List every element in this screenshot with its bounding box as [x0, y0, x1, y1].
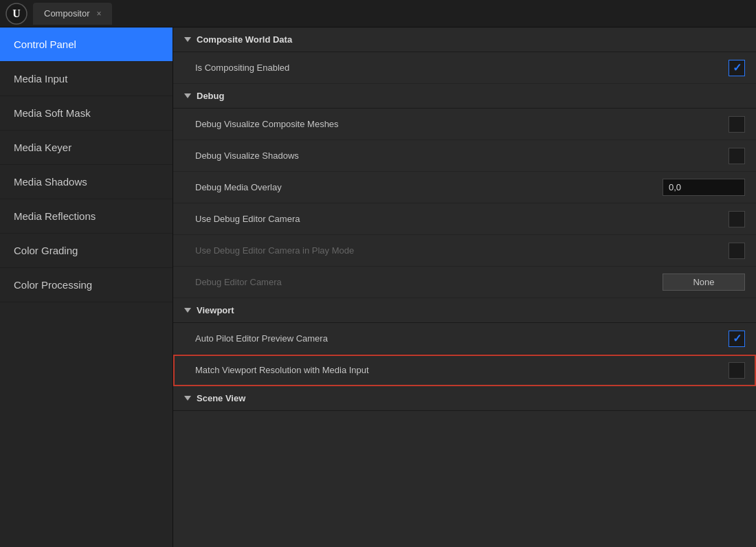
property-label-debug-visualize-composite-meshes: Debug Visualize Composite Meshes: [195, 119, 339, 129]
collapse-arrow-composite-world-data: [184, 37, 191, 42]
properties-panel: Composite World Data Is Compositing Enab…: [173, 27, 756, 547]
property-label-debug-editor-camera: Debug Editor Camera: [195, 277, 282, 287]
title-bar: U Compositor ×: [0, 0, 756, 27]
property-value-is-compositing-enabled: ✓: [729, 60, 745, 76]
section-header-composite-world-data[interactable]: Composite World Data: [173, 27, 756, 52]
checkbox-is-compositing-enabled[interactable]: ✓: [729, 60, 745, 76]
section-title-scene-view: Scene View: [197, 393, 245, 403]
close-tab-button[interactable]: ×: [96, 9, 101, 19]
property-label-use-debug-editor-camera: Use Debug Editor Camera: [195, 214, 300, 224]
property-row-debug-visualize-composite-meshes: Debug Visualize Composite Meshes: [173, 109, 756, 140]
sidebar-item-control-panel[interactable]: Control Panel: [0, 27, 173, 62]
tab-label: Compositor: [44, 8, 89, 19]
collapse-arrow-scene-view: [184, 396, 191, 401]
svg-text:U: U: [12, 8, 21, 19]
property-value-debug-media-overlay: 0,0: [663, 179, 745, 196]
text-input-debug-media-overlay[interactable]: 0,0: [663, 179, 745, 196]
app-logo: U: [5, 3, 27, 25]
property-label-debug-media-overlay: Debug Media Overlay: [195, 182, 282, 192]
property-value-debug-visualize-composite-meshes: [729, 116, 745, 133]
sidebar-item-media-soft-mask[interactable]: Media Soft Mask: [0, 96, 173, 131]
property-value-use-debug-editor-camera-play-mode: [729, 243, 745, 259]
property-label-use-debug-editor-camera-play-mode: Use Debug Editor Camera in Play Mode: [195, 245, 354, 256]
sidebar-item-media-keyer[interactable]: Media Keyer: [0, 131, 173, 165]
sidebar-item-media-reflections[interactable]: Media Reflections: [0, 199, 173, 234]
property-value-debug-editor-camera: None: [663, 274, 745, 291]
property-row-auto-pilot-editor-preview-camera: Auto Pilot Editor Preview Camera✓: [173, 323, 756, 355]
sidebar-item-color-processing[interactable]: Color Processing: [0, 268, 173, 302]
checkbox-auto-pilot-editor-preview-camera[interactable]: ✓: [729, 331, 745, 347]
section-header-scene-view[interactable]: Scene View: [173, 386, 756, 411]
property-label-auto-pilot-editor-preview-camera: Auto Pilot Editor Preview Camera: [195, 333, 328, 344]
property-value-debug-visualize-shadows: [729, 148, 745, 164]
checkbox-use-debug-editor-camera-play-mode[interactable]: [729, 243, 745, 259]
compositor-tab[interactable]: Compositor ×: [33, 3, 112, 25]
property-row-use-debug-editor-camera-play-mode: Use Debug Editor Camera in Play Mode: [173, 235, 756, 267]
collapse-arrow-viewport: [184, 308, 191, 313]
section-title-debug: Debug: [197, 91, 224, 101]
property-row-match-viewport-resolution: Match Viewport Resolution with Media Inp…: [173, 355, 756, 386]
property-row-debug-visualize-shadows: Debug Visualize Shadows: [173, 140, 756, 172]
sidebar-item-color-grading[interactable]: Color Grading: [0, 234, 173, 268]
sidebar-item-media-shadows[interactable]: Media Shadows: [0, 165, 173, 199]
sidebar-item-media-input[interactable]: Media Input: [0, 62, 173, 96]
collapse-arrow-debug: [184, 93, 191, 98]
section-title-viewport: Viewport: [197, 305, 234, 315]
property-label-match-viewport-resolution: Match Viewport Resolution with Media Inp…: [195, 365, 369, 375]
property-value-match-viewport-resolution: [729, 362, 745, 379]
property-label-is-compositing-enabled: Is Compositing Enabled: [195, 63, 289, 73]
checkbox-debug-visualize-composite-meshes[interactable]: [729, 116, 745, 133]
sidebar: Control PanelMedia InputMedia Soft MaskM…: [0, 27, 173, 547]
property-label-debug-visualize-shadows: Debug Visualize Shadows: [195, 150, 299, 161]
check-icon: ✓: [733, 61, 742, 74]
section-header-debug[interactable]: Debug: [173, 84, 756, 109]
checkbox-match-viewport-resolution[interactable]: [729, 362, 745, 379]
property-value-use-debug-editor-camera: [729, 211, 745, 227]
checkbox-use-debug-editor-camera[interactable]: [729, 211, 745, 227]
property-value-auto-pilot-editor-preview-camera: ✓: [729, 331, 745, 347]
section-header-viewport[interactable]: Viewport: [173, 298, 756, 323]
check-icon: ✓: [733, 332, 742, 345]
property-row-use-debug-editor-camera: Use Debug Editor Camera: [173, 203, 756, 235]
section-title-composite-world-data: Composite World Data: [197, 34, 292, 45]
main-content: Control PanelMedia InputMedia Soft MaskM…: [0, 27, 756, 547]
property-row-is-compositing-enabled: Is Compositing Enabled✓: [173, 52, 756, 84]
property-row-debug-media-overlay: Debug Media Overlay0,0: [173, 172, 756, 203]
checkbox-debug-visualize-shadows[interactable]: [729, 148, 745, 164]
property-row-debug-editor-camera: Debug Editor CameraNone: [173, 267, 756, 298]
dropdown-debug-editor-camera[interactable]: None: [663, 274, 745, 291]
